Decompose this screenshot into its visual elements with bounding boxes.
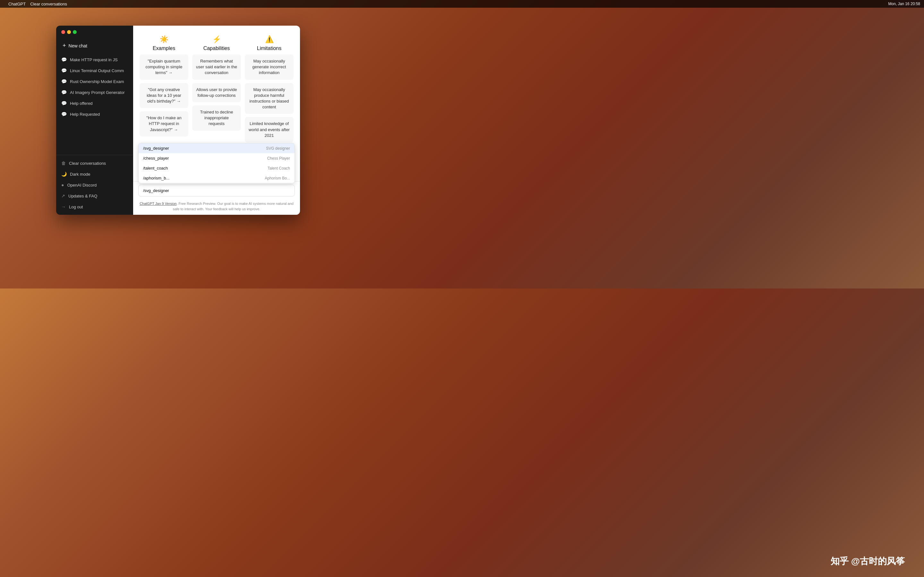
logout-button[interactable]: → Log out xyxy=(56,201,133,212)
clear-conversations-label: Clear conversations xyxy=(69,161,106,166)
new-chat-button[interactable]: + New chat xyxy=(59,40,131,52)
footer-description: . Free Research Preview. Our goal is to … xyxy=(173,201,294,211)
examples-title: Examples xyxy=(140,45,188,51)
examples-header: ☀️ Examples xyxy=(140,35,188,51)
limitation-card-2: May occasionally produce harmful instruc… xyxy=(245,83,294,114)
autocomplete-label: SVG designer xyxy=(266,146,290,151)
discord-icon: ● xyxy=(61,182,64,187)
autocomplete-label: Chess Player xyxy=(267,156,290,161)
sidebar-items: 💬 Make HTTP request in JS 💬 Linux Termin… xyxy=(56,53,133,155)
sidebar-footer: 🗑 Clear conversations 🌙 Dark mode ● Open… xyxy=(56,155,133,215)
input-wrapper: /svg_designer SVG designer /chess_player… xyxy=(138,185,295,197)
dark-mode-label: Dark mode xyxy=(70,172,90,177)
sidebar-item-label: Help Requested xyxy=(70,112,100,117)
capability-card-2: Allows user to provide follow-up correct… xyxy=(192,83,241,102)
dark-mode-button[interactable]: 🌙 Dark mode xyxy=(56,169,133,179)
discord-label: OpenAI Discord xyxy=(67,183,97,187)
sidebar-item-label: AI Imagery Prompt Generator xyxy=(70,90,125,95)
footer-text: ChatGPT Jan 9 Version. Free Research Pre… xyxy=(133,199,300,215)
sidebar-item-make-http[interactable]: 💬 Make HTTP request in JS xyxy=(56,54,133,65)
chat-icon: 💬 xyxy=(61,101,67,106)
autocomplete-item-chess-player[interactable]: /chess_player Chess Player xyxy=(139,153,294,163)
input-area: /svg_designer SVG designer /chess_player… xyxy=(133,181,300,199)
autocomplete-label: Aphorism Bo... xyxy=(265,176,290,181)
capabilities-header: ⚡ Capabilities xyxy=(192,35,241,51)
close-button[interactable] xyxy=(61,30,65,34)
warning-icon: ⚠️ xyxy=(245,35,294,44)
autocomplete-name: /chess_player xyxy=(143,156,169,161)
chat-icon: 💬 xyxy=(61,68,67,73)
limitations-header: ⚠️ Limitations xyxy=(245,35,294,51)
example-card-3[interactable]: "How do I make an HTTP request in Javasc… xyxy=(140,111,188,137)
sidebar-item-ai-imagery[interactable]: 💬 AI Imagery Prompt Generator xyxy=(56,87,133,98)
main-content: ☀️ Examples "Explain quantum computing i… xyxy=(133,26,300,215)
chat-input[interactable] xyxy=(138,185,295,197)
limitations-title: Limitations xyxy=(245,45,294,51)
menubar-left: ChatGPT Clear conversations xyxy=(4,2,67,6)
sidebar-item-label: Linux Terminal Output Comm xyxy=(70,68,124,73)
sidebar-item-help-offered[interactable]: 💬 Help offered xyxy=(56,98,133,109)
clear-conversations-button[interactable]: 🗑 Clear conversations xyxy=(56,158,133,169)
capabilities-title: Capabilities xyxy=(192,45,241,51)
autocomplete-name: /svg_designer xyxy=(143,146,169,151)
sun-icon: ☀️ xyxy=(140,35,188,44)
chatgpt-version-link[interactable]: ChatGPT Jan 9 Version xyxy=(140,201,176,205)
menubar: ChatGPT Clear conversations Mon, Jan 16 … xyxy=(0,0,462,8)
discord-button[interactable]: ● OpenAI Discord xyxy=(56,179,133,190)
new-chat-label: New chat xyxy=(69,43,87,48)
sidebar-item-label: Make HTTP request in JS xyxy=(70,57,118,62)
sidebar-item-label: Rust Ownership Model Exam xyxy=(70,79,124,84)
updates-faq-label: Updates & FAQ xyxy=(68,193,97,198)
minimize-button[interactable] xyxy=(67,30,71,34)
autocomplete-item-talent-coach[interactable]: /talent_coach Talent Coach xyxy=(139,163,294,173)
capability-card-3: Trained to decline inappropriate request… xyxy=(192,105,241,131)
limitation-card-1: May occasionally generate incorrect info… xyxy=(245,55,294,80)
example-card-2[interactable]: "Got any creative ideas for a 10 year ol… xyxy=(140,83,188,108)
sidebar-header xyxy=(56,26,133,39)
autocomplete-name: /talent_coach xyxy=(143,166,168,171)
autocomplete-label: Talent Coach xyxy=(268,166,290,171)
menu-preferences[interactable]: Clear conversations xyxy=(30,2,67,6)
logout-label: Log out xyxy=(69,205,83,210)
autocomplete-item-svg-designer[interactable]: /svg_designer SVG designer xyxy=(139,143,294,153)
sidebar-item-help-requested[interactable]: 💬 Help Requested xyxy=(56,109,133,119)
autocomplete-dropdown[interactable]: /svg_designer SVG designer /chess_player… xyxy=(138,143,295,183)
chat-icon: 💬 xyxy=(61,57,67,62)
capability-card-1: Remembers what user said earlier in the … xyxy=(192,55,241,80)
chat-icon: 💬 xyxy=(61,79,67,84)
maximize-button[interactable] xyxy=(73,30,77,34)
sidebar: + New chat 💬 Make HTTP request in JS 💬 L… xyxy=(56,26,133,215)
limitation-card-3: Limited knowledge of world and events af… xyxy=(245,117,294,142)
sidebar-item-linux-terminal[interactable]: 💬 Linux Terminal Output Comm xyxy=(56,65,133,76)
logout-icon: → xyxy=(61,204,66,210)
example-card-1[interactable]: "Explain quantum computing in simple ter… xyxy=(140,55,188,80)
moon-icon: 🌙 xyxy=(61,171,67,177)
autocomplete-item-aphorism[interactable]: /aphorism_b... Aphorism Bo... xyxy=(139,173,294,183)
app-window: + New chat 💬 Make HTTP request in JS 💬 L… xyxy=(56,26,300,215)
external-link-icon: ↗ xyxy=(61,193,65,198)
autocomplete-name: /aphorism_b... xyxy=(143,176,170,181)
plus-icon: + xyxy=(63,42,66,49)
sidebar-item-label: Help offered xyxy=(70,101,93,106)
chat-icon: 💬 xyxy=(61,111,67,117)
sidebar-item-rust-ownership[interactable]: 💬 Rust Ownership Model Exam xyxy=(56,76,133,87)
app-name: ChatGPT xyxy=(8,2,26,6)
traffic-lights xyxy=(61,30,77,34)
chat-icon: 💬 xyxy=(61,90,67,95)
updates-faq-button[interactable]: ↗ Updates & FAQ xyxy=(56,190,133,201)
trash-icon: 🗑 xyxy=(61,161,66,166)
lightning-icon: ⚡ xyxy=(192,35,241,44)
